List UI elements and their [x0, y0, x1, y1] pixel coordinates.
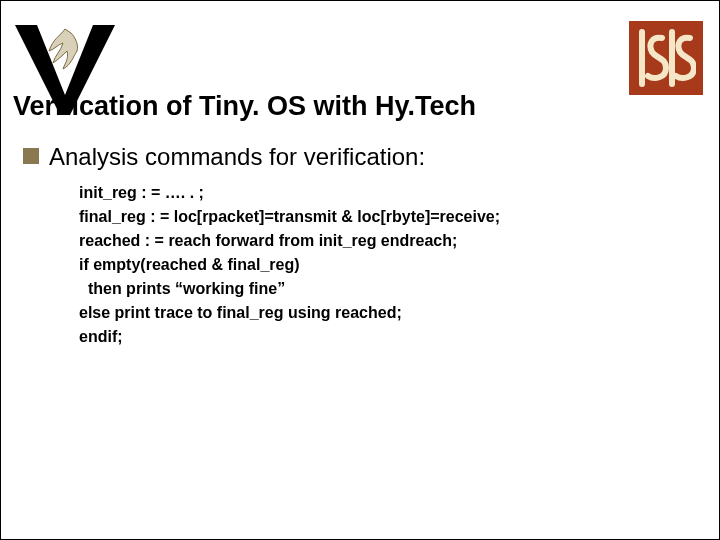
bullet-text: Analysis commands for verification:	[49, 143, 425, 171]
code-line: final_reg : = loc[rpacket]=transmit & lo…	[79, 205, 699, 229]
code-line: init_reg : = …. . ;	[79, 181, 699, 205]
slide: Verification of Tiny. OS with Hy.Tech An…	[0, 0, 720, 540]
code-line: else print trace to final_reg using reac…	[79, 301, 699, 325]
isis-logo-icon	[629, 21, 703, 95]
code-line: reached : = reach forward from init_reg …	[79, 229, 699, 253]
content-area: Analysis commands for verification: init…	[23, 143, 699, 349]
code-line: endif;	[79, 325, 699, 349]
code-block: init_reg : = …. . ; final_reg : = loc[rp…	[79, 181, 699, 349]
code-line: then prints “working fine”	[79, 277, 699, 301]
bullet-item: Analysis commands for verification:	[23, 143, 699, 171]
code-line: if empty(reached & final_reg)	[79, 253, 699, 277]
slide-title: Verification of Tiny. OS with Hy.Tech	[13, 91, 476, 122]
bullet-square-icon	[23, 148, 39, 164]
